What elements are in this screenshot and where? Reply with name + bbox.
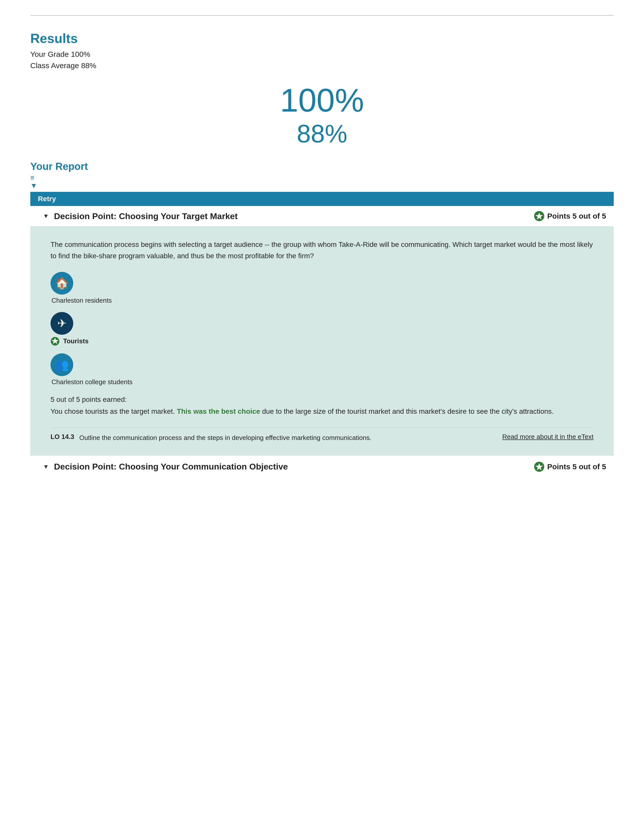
home-icon: 🏠 (55, 277, 69, 290)
points-star-icon-2 (534, 461, 545, 472)
results-title: Results (30, 31, 614, 46)
best-choice-text: This was the best choice (177, 407, 260, 415)
points-badge-1: Points 5 out of 5 (534, 211, 606, 222)
group-icon: 👥 (55, 358, 69, 371)
lo-link[interactable]: Read more about it in the eText (502, 433, 594, 441)
decision-point-1-row[interactable]: ▼ Decision Point: Choosing Your Target M… (30, 206, 614, 227)
lo-left: LO 14.3 Outline the communication proces… (50, 433, 502, 443)
points-star-icon (534, 211, 545, 222)
points-earned-text-start: You chose tourists as the target market. (50, 407, 177, 415)
option-label-tourists: Tourists (63, 337, 89, 345)
results-avg: Class Average 88% (30, 60, 614, 71)
big-grade-display: 100% (30, 81, 614, 119)
points-earned-line1: 5 out of 5 points earned: (50, 394, 594, 406)
option-tourists[interactable]: ✈ Tourists (50, 312, 594, 346)
option-circle-tourists: ✈ (50, 312, 73, 335)
chevron-down-icon: ▼ (43, 212, 49, 220)
decision-point-1-content: The communication process begins with se… (30, 227, 614, 455)
option-label-students: Charleston college students (52, 378, 133, 386)
retry-bar[interactable]: Retry (30, 192, 614, 206)
option-circle-residents: 🏠 (50, 272, 73, 294)
report-lines-icon: ≡▼ (30, 174, 614, 190)
results-section: Results Your Grade 100% Class Average 88… (30, 31, 614, 71)
content-text-1: The communication process begins with se… (50, 239, 594, 262)
points-badge-2: Points 5 out of 5 (534, 461, 606, 472)
your-report-title: Your Report (30, 161, 614, 172)
results-grade: Your Grade 100% (30, 48, 614, 60)
decision-point-2-row[interactable]: ▼ Decision Point: Choosing Your Communic… (30, 455, 614, 478)
retry-label: Retry (38, 195, 56, 203)
plane-icon: ✈ (57, 317, 67, 330)
lo-text: Outline the communication process and th… (79, 433, 372, 443)
lo-label: LO 14.3 (50, 433, 74, 441)
points-earned-section: 5 out of 5 points earned: You chose tour… (50, 394, 594, 418)
decision-point-2-title: ▼ Decision Point: Choosing Your Communic… (43, 462, 288, 471)
top-divider (30, 15, 614, 16)
option-circle-students: 👥 (50, 354, 73, 376)
lo-row-1: LO 14.3 Outline the communication proces… (50, 428, 594, 443)
correct-check-icon (50, 337, 60, 346)
option-charleston-residents[interactable]: 🏠 Charleston residents (50, 272, 594, 304)
points-earned-line2: You chose tourists as the target market.… (50, 405, 594, 418)
big-avg-display: 88% (30, 119, 614, 148)
points-earned-text-end: due to the large size of the tourist mar… (260, 407, 554, 415)
chevron-down-icon-2: ▼ (43, 463, 49, 470)
option-college-students[interactable]: 👥 Charleston college students (50, 354, 594, 386)
decision-point-1-title: ▼ Decision Point: Choosing Your Target M… (43, 211, 238, 221)
option-label-residents: Charleston residents (52, 297, 112, 304)
